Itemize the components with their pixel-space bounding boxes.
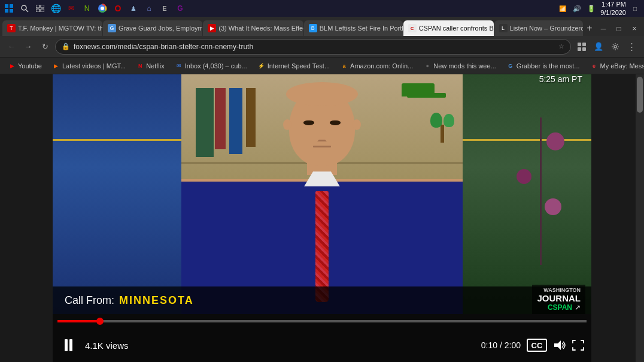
bookmark-youtube-label: Youtube <box>18 62 42 70</box>
svg-rect-3 <box>10 9 13 13</box>
tab-1[interactable]: T T.F. Monkey | MGTOW TV: the... × <box>2 20 102 36</box>
taskbar-right: 📶 🔊 🔋 1:47 PM 9/1/2020 □ <box>557 0 640 17</box>
pause-bar-right <box>69 339 72 351</box>
page-scrollbar[interactable] <box>636 74 644 362</box>
video-frame: 5:25 am PT <box>53 74 591 362</box>
volume-button[interactable] <box>553 340 566 351</box>
wj-washington: WASHINGTON <box>537 287 581 293</box>
wj-external-link-icon[interactable]: ↗ <box>575 303 581 312</box>
notifications-icon[interactable]: □ <box>630 3 640 14</box>
url-input[interactable]: 🔒 foxnews.com/media/cspan-brian-stelter-… <box>55 39 571 55</box>
window-controls: ─ □ × <box>596 22 642 36</box>
ebay-favicon: e <box>591 62 598 70</box>
tab-label-4: BLM Leftists Set Fire In Portla... <box>320 25 403 32</box>
fullscreen-button[interactable] <box>572 340 584 351</box>
taskview-button[interactable] <box>35 3 45 14</box>
svg-rect-1 <box>10 4 13 8</box>
bookmark-ebay[interactable]: e My eBay: Messages <box>586 59 644 73</box>
bookmark-mgtow[interactable]: ▶ Latest videos | MGT... <box>48 59 130 73</box>
profile-button[interactable]: 👤 <box>591 40 606 54</box>
bookmark-amazon[interactable]: a Amazon.com: Onlin... <box>336 59 418 73</box>
mail-icon[interactable]: ✉ <box>66 3 77 14</box>
tab-favicon-4: B <box>309 24 317 32</box>
bookmark-youtube[interactable]: ▶ Youtube <box>4 59 47 73</box>
newmods-favicon: ● <box>424 62 431 70</box>
battery-icon: 🔋 <box>586 3 597 14</box>
bookmark-inbox-label: Inbox (4,030) – cub... <box>185 62 247 70</box>
star-icon[interactable]: ☆ <box>558 43 564 50</box>
lower-third-prefix: Call From: <box>65 294 114 307</box>
tab-label-1: T.F. Monkey | MGTOW TV: the... <box>18 25 102 32</box>
svg-rect-15 <box>582 47 586 51</box>
start-button[interactable] <box>4 3 14 14</box>
forward-button[interactable]: → <box>22 40 35 53</box>
maximize-button[interactable]: □ <box>612 22 626 36</box>
controls-bar: 4.1K views 0:10 / 2:00 CC <box>53 314 591 362</box>
tab-4[interactable]: B BLM Leftists Set Fire In Portla... × <box>304 20 403 36</box>
tab-favicon-6: L <box>499 24 508 32</box>
refresh-button[interactable]: ↻ <box>38 40 51 53</box>
bookmark-inbox[interactable]: ✉ Inbox (4,030) – cub... <box>171 59 252 73</box>
new-tab-button[interactable]: + <box>584 20 596 36</box>
steam-icon[interactable]: ♟ <box>128 3 139 14</box>
amazon-favicon: a <box>341 62 348 70</box>
tab-label-5: CSPAN caller confronts Br... <box>419 25 494 32</box>
edge-icon[interactable]: 🌐 <box>50 3 61 14</box>
search-button[interactable] <box>19 3 30 14</box>
svg-rect-8 <box>36 9 40 12</box>
clock[interactable]: 1:47 PM 9/1/2020 <box>600 0 626 17</box>
back-button[interactable]: ← <box>5 40 18 53</box>
tab-2[interactable]: G Grave Guard Jobs, Employme... × <box>103 20 202 36</box>
svg-rect-7 <box>41 5 44 8</box>
video-player[interactable]: 5:25 am PT <box>53 74 591 362</box>
wj-journal: JOURNAL <box>537 293 581 303</box>
toolbar-icons: 👤 ⋮ <box>575 40 639 54</box>
close-button[interactable]: × <box>627 22 642 36</box>
url-text: foxnews.com/media/cspan-brian-stelter-cn… <box>74 43 555 51</box>
tab-3[interactable]: ▶ (3) What It Needs: Mass Effect... × <box>203 20 303 36</box>
progress-bar[interactable] <box>57 320 587 322</box>
wj-cspan: CSPAN <box>548 303 572 312</box>
time-total: 2:00 <box>505 340 521 350</box>
bookmark-speed[interactable]: ⚡ Internet Speed Test... <box>253 59 335 73</box>
pause-button[interactable] <box>60 337 77 354</box>
settings-button[interactable] <box>608 40 622 54</box>
bookmark-amazon-label: Amazon.com: Onlin... <box>350 62 413 70</box>
lower-third-location: MINNESOTA <box>119 294 194 307</box>
volume-icon[interactable]: 🔊 <box>572 3 582 14</box>
menu-button[interactable]: ⋮ <box>625 40 639 54</box>
svg-rect-14 <box>578 47 581 51</box>
time-separator: / <box>500 340 505 350</box>
opera-icon[interactable]: O <box>113 3 123 14</box>
epic-icon[interactable]: E <box>159 3 170 14</box>
bookmark-netflix-label: Netflix <box>146 62 165 70</box>
svg-rect-12 <box>578 43 581 46</box>
chrome-icon[interactable] <box>97 3 108 14</box>
page-content: 5:25 am PT <box>0 74 644 362</box>
progress-thumb <box>96 318 104 325</box>
svg-line-5 <box>26 10 28 12</box>
controls-row: 4.1K views 0:10 / 2:00 CC <box>53 322 591 362</box>
video-time: 0:10 / 2:00 <box>481 340 521 350</box>
grabber-favicon: G <box>507 62 514 70</box>
lock-icon: 🔒 <box>62 43 70 50</box>
bookmark-ebay-label: My eBay: Messages <box>600 62 644 70</box>
extensions-button[interactable] <box>575 40 589 54</box>
svg-rect-9 <box>41 9 44 12</box>
minimize-button[interactable]: ─ <box>596 22 610 36</box>
svg-rect-6 <box>36 5 40 8</box>
tab-label-2: Grave Guard Jobs, Employme... <box>119 25 202 32</box>
bookmark-mgtow-label: Latest videos | MGT... <box>62 62 126 70</box>
tab-label-6: Listen Now – Groundzero... <box>510 25 583 32</box>
network-icon[interactable]: 📶 <box>557 3 568 14</box>
tab-6[interactable]: L Listen Now – Groundzero... × <box>494 20 583 36</box>
bookmark-newmods[interactable]: ● New mods this wee... <box>419 59 501 73</box>
gog-icon[interactable]: G <box>175 3 186 14</box>
bookmark-netflix[interactable]: N Netflix <box>132 59 169 73</box>
discord-icon[interactable]: ⌂ <box>144 3 154 14</box>
nvidia-icon[interactable]: N <box>81 3 92 14</box>
browser-window: T T.F. Monkey | MGTOW TV: the... × G Gra… <box>0 17 644 362</box>
tab-5-active[interactable]: C CSPAN caller confronts Br... × <box>403 20 494 36</box>
bookmark-grabber[interactable]: G Grabber is the most... <box>502 59 585 73</box>
cc-button[interactable]: CC <box>527 339 547 352</box>
